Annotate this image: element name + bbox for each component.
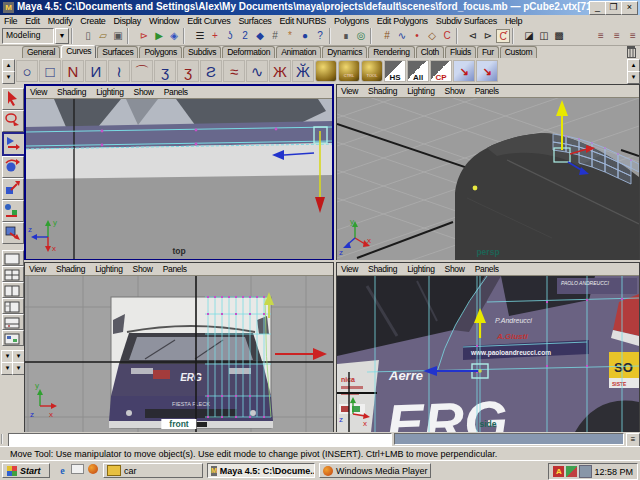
shelf-pencil-curve-icon[interactable]: ≀	[108, 60, 130, 82]
start-button[interactable]: Start	[2, 463, 50, 478]
toggle-attribute-editor-icon[interactable]: ≡	[594, 29, 608, 43]
shelf-cut-curve-icon[interactable]: Ж	[269, 60, 291, 82]
trash-icon[interactable]	[626, 46, 636, 57]
vp-menu-shading[interactable]: Shading	[368, 86, 397, 96]
shelf-sphere-icon-tool[interactable]: TOOL	[361, 60, 383, 82]
vp-menu-view[interactable]: View	[341, 264, 358, 274]
viewport-front[interactable]: View Shading Lighting Show Panels	[24, 262, 334, 432]
menuset-dropdown[interactable]: Modeling	[2, 28, 54, 44]
shelf-sphere-icon-ctrl[interactable]: CTRL	[338, 60, 360, 82]
mask-parm-points-icon[interactable]: ʖ	[223, 29, 237, 43]
menu-polygons[interactable]: Polygons	[334, 16, 369, 26]
highlight-selection-icon[interactable]: ◎	[354, 29, 368, 43]
quicklaunch-ie-icon[interactable]: e	[56, 464, 69, 477]
toggle-channel-box-icon[interactable]: ≡	[626, 29, 640, 43]
separator[interactable]	[456, 28, 464, 44]
vp-menu-shading[interactable]: Shading	[368, 264, 397, 274]
shelf-detach-curves-icon[interactable]: ʒ	[177, 60, 199, 82]
shelf-circle-tool-icon[interactable]: ○	[16, 60, 38, 82]
layout-four-pane-button[interactable]	[2, 266, 24, 282]
shelf-sphere-icon-1[interactable]	[315, 60, 337, 82]
panel-grip[interactable]	[1, 434, 8, 444]
snap-plane-icon[interactable]: ◇	[425, 29, 439, 43]
viewport-persp[interactable]: View Shading Lighting Show Panels	[336, 84, 640, 260]
menu-edit[interactable]: Edit	[25, 16, 39, 26]
select-component-icon[interactable]: ◈	[167, 29, 181, 43]
vp-menu-lighting[interactable]: Lighting	[96, 87, 123, 97]
viewport-front-canvas[interactable]: ERG FIESTA FLECK	[25, 276, 333, 432]
shelf-arc-tool-icon[interactable]: ⌒	[131, 60, 153, 82]
separator[interactable]	[329, 28, 337, 44]
vp-menu-lighting[interactable]: Lighting	[407, 86, 434, 96]
menu-create[interactable]: Create	[80, 16, 105, 26]
vp-menu-view[interactable]: View	[29, 264, 46, 274]
select-tool[interactable]	[2, 88, 24, 110]
toggle-tool-settings-icon[interactable]: ≡	[610, 29, 624, 43]
mask-misc-icon[interactable]: ?	[313, 29, 327, 43]
shelf-align-curves-icon[interactable]: Ƨ	[200, 60, 222, 82]
quicklaunch-mail-icon[interactable]	[71, 464, 84, 477]
shelf-tab-deformation[interactable]: Deformation	[222, 46, 275, 58]
layout-two-pane-button[interactable]	[2, 282, 24, 298]
menu-help[interactable]: Help	[505, 16, 522, 26]
rotate-tool[interactable]	[2, 156, 24, 178]
vp-menu-show[interactable]: Show	[445, 264, 465, 274]
select-hierarchy-icon[interactable]: ⊳	[137, 29, 151, 43]
shelf-ep-curve-icon[interactable]: И	[85, 60, 107, 82]
shelf-poly-cube-icon-1[interactable]: ↘	[453, 60, 475, 82]
tray-icon-3[interactable]	[579, 465, 592, 478]
scale-tool[interactable]	[2, 178, 24, 200]
mask-points-icon[interactable]: +	[208, 29, 222, 43]
layout-single-pane-button[interactable]	[2, 250, 24, 266]
menu-file[interactable]: File	[4, 16, 17, 26]
tray-icon-1[interactable]: A	[553, 466, 564, 477]
script-editor-icon[interactable]: ≡	[626, 433, 640, 447]
shelf-tab-fur[interactable]: Fur	[477, 46, 499, 58]
vp-menu-show[interactable]: Show	[134, 87, 154, 97]
make-live-icon[interactable]: C	[440, 29, 454, 43]
layout-hypershade-button[interactable]	[2, 330, 24, 346]
restore-button[interactable]: ❐	[605, 1, 622, 15]
viewport-persp-canvas[interactable]: y x z	[337, 98, 639, 260]
menu-edit-nurbs[interactable]: Edit NURBS	[280, 16, 327, 26]
shelf-spin-down[interactable]: ▾	[2, 71, 15, 84]
taskbar-button-wmp[interactable]: Windows Media Player	[319, 463, 431, 478]
vp-menu-shading[interactable]: Shading	[56, 264, 85, 274]
vp-menu-panels[interactable]: Panels	[475, 264, 499, 274]
mask-surfaces-icon[interactable]: ◆	[253, 29, 267, 43]
shelf-tab-general[interactable]: General	[22, 46, 60, 58]
shelf-attach-curves-icon[interactable]: ʒ	[154, 60, 176, 82]
vp-menu-view[interactable]: View	[341, 86, 358, 96]
vp-menu-lighting[interactable]: Lighting	[95, 264, 122, 274]
tray-icon-2[interactable]	[566, 466, 577, 477]
title-bar[interactable]: M Maya 4.5: C:\Documents and Settings\Al…	[0, 0, 640, 15]
shelf-hs-button[interactable]: HS	[384, 60, 406, 82]
shelf-tab-curves[interactable]: Curves	[61, 45, 96, 58]
vp-menu-view[interactable]: View	[30, 87, 47, 97]
shelf-poly-cube-icon-2[interactable]: ↘	[476, 60, 498, 82]
separator[interactable]	[512, 28, 520, 44]
taskbar-button-car[interactable]: car	[103, 463, 203, 478]
vp-menu-lighting[interactable]: Lighting	[407, 264, 434, 274]
vp-menu-show[interactable]: Show	[445, 86, 465, 96]
minimize-button[interactable]: _	[589, 1, 606, 15]
lock-selection-icon[interactable]: ∎	[339, 29, 353, 43]
construction-history-icon[interactable]: Ƈ	[496, 29, 510, 43]
layout-persp-outliner-button[interactable]	[2, 298, 24, 314]
snap-point-icon[interactable]: •	[410, 29, 424, 43]
mask-dynamics-icon[interactable]: *	[283, 29, 297, 43]
menu-display[interactable]: Display	[114, 16, 141, 26]
separator[interactable]	[127, 28, 135, 44]
shelf-all-button[interactable]: All	[407, 60, 429, 82]
shelf-intersect-curves-icon[interactable]: Ӂ	[292, 60, 314, 82]
combo-mask-icon[interactable]: ☰	[193, 29, 207, 43]
vp-menu-panels[interactable]: Panels	[475, 86, 499, 96]
save-scene-icon[interactable]: ▣	[111, 29, 125, 43]
snap-grid-icon[interactable]: #	[380, 29, 394, 43]
vp-menu-show[interactable]: Show	[133, 264, 153, 274]
menu-surfaces[interactable]: Surfaces	[238, 16, 271, 26]
shelf-cp-button[interactable]: CP	[430, 60, 452, 82]
shelf-tab-polygons[interactable]: Polygons	[139, 46, 182, 58]
separator[interactable]	[71, 28, 79, 44]
mask-deformations-icon[interactable]: #	[268, 29, 282, 43]
